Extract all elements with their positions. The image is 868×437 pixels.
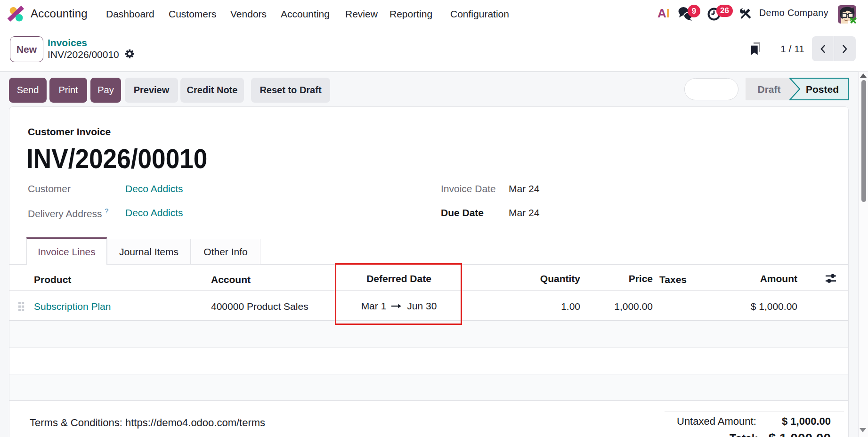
svg-text:Draft: Draft [757, 84, 780, 95]
svg-text:Posted: Posted [806, 84, 839, 95]
